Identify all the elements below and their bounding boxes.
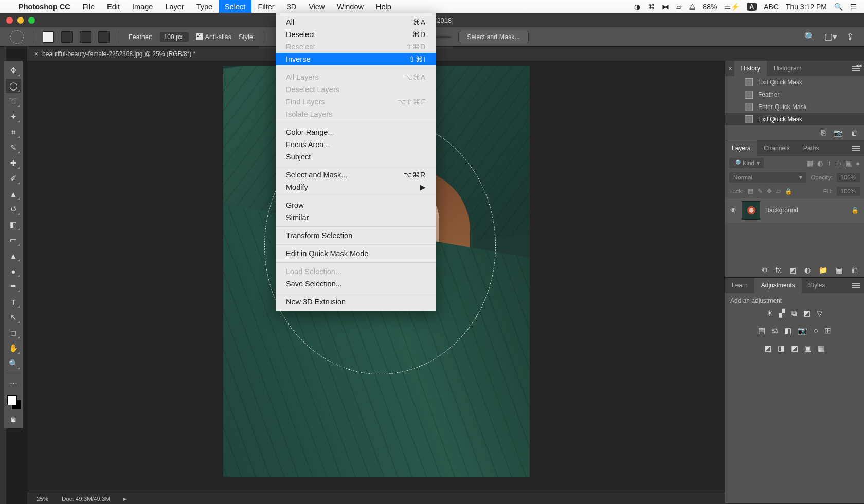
selection-add-icon[interactable] — [61, 31, 73, 43]
history-item[interactable]: Enter Quick Mask — [725, 101, 864, 113]
workspace-icon[interactable]: ▢▾ — [824, 31, 837, 42]
filter-type-icon[interactable]: T — [827, 159, 831, 167]
control-center-icon[interactable]: ☰ — [850, 3, 857, 11]
doc-size[interactable]: Doc: 49.3M/49.3M — [62, 496, 110, 502]
feather-input[interactable]: 100 px — [160, 32, 189, 42]
lock-position-icon[interactable]: ✥ — [767, 188, 772, 195]
menu-item-modify[interactable]: Modify▶ — [276, 181, 436, 193]
lock-brush-icon[interactable]: ✎ — [758, 188, 763, 195]
foreground-color[interactable] — [7, 395, 17, 405]
panel-menu-icon[interactable] — [852, 146, 860, 151]
current-tool-icon[interactable] — [10, 30, 24, 44]
history-item[interactable]: Exit Quick Mask — [725, 113, 864, 125]
select-and-mask-button[interactable]: Select and Mask... — [458, 31, 529, 43]
hand-tool[interactable]: ✋ — [6, 341, 21, 355]
quick-select-tool[interactable]: ✦ — [6, 110, 21, 124]
tab-histogram[interactable]: Histogram — [767, 61, 808, 76]
trash-icon[interactable]: 🗑 — [851, 266, 858, 274]
lookup-icon[interactable]: ⊞ — [824, 326, 831, 335]
filter-shape-icon[interactable]: ▭ — [835, 159, 841, 167]
menu-item-select-and-mask[interactable]: Select and Mask...⌥⌘R — [276, 169, 436, 181]
snapshot-icon[interactable]: 📷 — [834, 129, 842, 137]
document-tab[interactable]: × beautiful-beauty-female-2252368.jpg @ … — [27, 47, 202, 61]
menu-item-save-selection[interactable]: Save Selection... — [276, 278, 436, 290]
brightness-icon[interactable]: ☀ — [766, 309, 773, 318]
bw-icon[interactable]: ◧ — [784, 326, 791, 335]
filter-smart-icon[interactable]: ▣ — [845, 159, 852, 167]
menu-filter[interactable]: Filter — [251, 0, 280, 13]
eraser-tool[interactable]: ◧ — [6, 218, 21, 232]
tab-styles[interactable]: Styles — [802, 278, 832, 293]
tab-paths[interactable]: Paths — [797, 140, 826, 156]
link-icon[interactable]: ⟲ — [761, 266, 767, 274]
color-swatches[interactable] — [6, 393, 21, 411]
brush-tool[interactable]: ✐ — [6, 171, 21, 186]
lock-artboard-icon[interactable]: ▱ — [776, 188, 781, 195]
window-close-button[interactable] — [6, 17, 13, 24]
visibility-icon[interactable]: 👁 — [730, 207, 736, 214]
fx-icon[interactable]: fx — [776, 266, 781, 274]
opacity-input[interactable]: 100% — [837, 173, 860, 182]
posterize-icon[interactable]: ◨ — [778, 344, 785, 353]
quick-mask-button[interactable]: ◙ — [6, 411, 21, 426]
layer-thumbnail[interactable] — [742, 201, 760, 220]
eyedropper-tool[interactable]: ✎ — [6, 140, 21, 155]
window-minimize-button[interactable] — [17, 17, 24, 24]
dodge-tool[interactable]: ● — [6, 264, 21, 278]
history-brush-tool[interactable]: ↺ — [6, 202, 21, 217]
menu-type[interactable]: Type — [190, 0, 219, 13]
menu-item-subject[interactable]: Subject — [276, 151, 436, 163]
apple-menu[interactable] — [0, 0, 12, 13]
edit-toolbar-button[interactable]: ⋯ — [6, 375, 21, 390]
tab-learn[interactable]: Learn — [725, 278, 754, 293]
menu-window[interactable]: Window — [331, 0, 370, 13]
menu-layer[interactable]: Layer — [159, 0, 190, 13]
tab-layers[interactable]: Layers — [725, 140, 757, 156]
marquee-tool[interactable]: ◯ — [6, 79, 21, 93]
curves-icon[interactable]: ⧉ — [791, 309, 797, 318]
rectangle-tool[interactable]: □ — [6, 326, 21, 340]
invert-icon[interactable]: ◩ — [764, 344, 771, 353]
layer-row[interactable]: 👁 Background 🔒 — [725, 198, 864, 223]
panel-menu-icon[interactable] — [852, 283, 860, 288]
menu-item-similar[interactable]: Similar — [276, 211, 436, 224]
filter-adjust-icon[interactable]: ◐ — [817, 159, 823, 167]
stamp-tool[interactable]: ▲ — [6, 187, 21, 201]
selection-intersect-icon[interactable] — [98, 31, 110, 43]
threshold-icon[interactable]: ◩ — [791, 344, 798, 353]
trash-icon[interactable]: 🗑 — [851, 129, 858, 137]
tab-history[interactable]: History — [734, 61, 767, 76]
menu-item-color-range[interactable]: Color Range... — [276, 126, 436, 138]
pen-tool[interactable]: ✒ — [6, 279, 21, 294]
menu-file[interactable]: File — [77, 0, 101, 13]
healing-tool[interactable]: ✚ — [6, 156, 21, 170]
blur-tool[interactable]: ▲ — [6, 248, 21, 263]
blend-mode-select[interactable]: Normal▾ — [729, 172, 806, 183]
photo-filter-icon[interactable]: 📷 — [798, 326, 807, 335]
menu-item-transform-selection[interactable]: Transform Selection — [276, 229, 436, 242]
mask-icon[interactable]: ◩ — [789, 266, 796, 274]
type-tool[interactable]: T — [6, 295, 21, 309]
menu-item-deselect[interactable]: Deselect⌘D — [276, 28, 436, 41]
history-item[interactable]: Feather — [725, 88, 864, 101]
chevron-right-icon[interactable]: ▸ — [123, 495, 127, 502]
menu-item-inverse[interactable]: Inverse⇧⌘I — [276, 53, 436, 65]
close-icon[interactable]: × — [728, 65, 732, 73]
lasso-tool[interactable]: ➰ — [6, 94, 21, 109]
antialias-checkbox[interactable]: Anti-alias — [196, 33, 231, 41]
menu-help[interactable]: Help — [370, 0, 398, 13]
menu-edit[interactable]: Edit — [101, 0, 126, 13]
zoom-level[interactable]: 25% — [37, 496, 48, 502]
menu-item-focus-area[interactable]: Focus Area... — [276, 138, 436, 151]
zoom-tool[interactable]: 🔍 — [6, 356, 21, 371]
group-icon[interactable]: 📁 — [819, 266, 827, 274]
fill-input[interactable]: 100% — [837, 187, 860, 196]
color-balance-icon[interactable]: ⚖ — [771, 326, 778, 335]
menu-item-all[interactable]: All⌘A — [276, 16, 436, 28]
new-layer-icon[interactable]: ▣ — [836, 266, 842, 274]
menu-3d[interactable]: 3D — [281, 0, 303, 13]
gradient-tool[interactable]: ▭ — [6, 233, 21, 247]
filter-toggle-icon[interactable]: ● — [856, 159, 860, 167]
lock-all-icon[interactable]: 🔒 — [785, 188, 792, 195]
share-icon[interactable]: ⇪ — [847, 31, 854, 42]
